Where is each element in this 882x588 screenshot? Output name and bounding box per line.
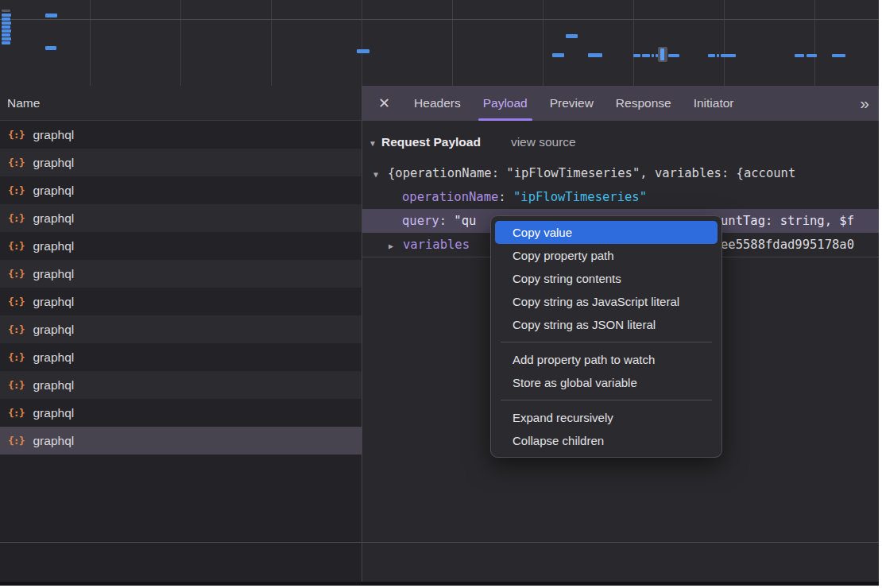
request-row[interactable]: {:}graphql <box>0 371 362 399</box>
tab-payload[interactable]: Payload <box>472 86 539 121</box>
menu-item-copy-property-path[interactable]: Copy property path <box>495 244 718 267</box>
json-request-icon: {:} <box>8 371 24 399</box>
section-collapse-icon[interactable]: ▼ <box>369 133 381 155</box>
waterfall-bar <box>2 17 10 21</box>
request-name-label: graphql <box>33 121 74 149</box>
request-payload-section-header[interactable]: ▼Request Payloadview source <box>362 131 879 153</box>
request-row[interactable]: {:}graphql <box>0 399 362 427</box>
timeline-gridline <box>180 0 181 86</box>
timeline-gridline <box>543 0 544 86</box>
details-tab-bar: ✕ HeadersPayloadPreviewResponseInitiator… <box>362 86 879 121</box>
details-tabs: HeadersPayloadPreviewResponseInitiator <box>403 86 745 121</box>
waterfall-bar <box>708 54 715 57</box>
menu-item-store-as-global-variable[interactable]: Store as global variable <box>495 371 718 394</box>
waterfall-bar <box>2 33 10 37</box>
timeline-gridline <box>271 0 272 86</box>
network-requests-panel: Name {:}graphql{:}graphql{:}graphql{:}gr… <box>0 86 362 582</box>
waterfall-bar <box>45 14 57 17</box>
key-value-separator: : <box>498 190 513 204</box>
json-request-icon: {:} <box>8 232 24 260</box>
tab-headers[interactable]: Headers <box>403 86 472 121</box>
waterfall-bar <box>357 49 369 53</box>
request-name-label: graphql <box>33 427 74 455</box>
waterfall-bar <box>2 41 10 44</box>
property-key: query <box>402 214 439 228</box>
request-row[interactable]: {:}graphql <box>0 343 362 371</box>
json-request-icon: {:} <box>8 343 24 371</box>
request-name-label: graphql <box>33 288 74 315</box>
network-overview-timeline[interactable] <box>0 0 879 86</box>
waterfall-bar <box>2 10 10 12</box>
menu-separator <box>501 342 712 342</box>
json-request-icon: {:} <box>8 204 24 232</box>
summary-bar-divider <box>0 542 879 543</box>
object-preview-fragment: ee5588fdad995178a0 <box>721 233 854 257</box>
tab-response[interactable]: Response <box>605 86 683 121</box>
waterfall-bar <box>721 54 736 57</box>
json-request-icon: {:} <box>8 149 24 176</box>
devtools-window: Name {:}graphql{:}graphql{:}graphql{:}gr… <box>0 0 879 586</box>
waterfall-bar <box>2 21 11 25</box>
timeline-hairline <box>0 19 879 20</box>
payload-root-row[interactable]: ▼{operationName: "ipFlowTimeseries", var… <box>362 161 879 185</box>
property-value-start: "qu <box>454 214 476 228</box>
json-request-icon: {:} <box>8 315 24 343</box>
more-tabs-icon[interactable]: » <box>860 94 868 113</box>
timeline-gridline <box>362 0 362 86</box>
context-menu: Copy valueCopy property pathCopy string … <box>490 215 722 458</box>
waterfall-bar <box>2 29 11 33</box>
request-row[interactable]: {:}graphql <box>0 121 362 149</box>
waterfall-bar <box>795 54 804 57</box>
menu-item-copy-string-as-json-literal[interactable]: Copy string as JSON literal <box>495 313 718 336</box>
request-name-label: graphql <box>33 204 74 232</box>
request-row[interactable]: {:}graphql <box>0 204 362 232</box>
request-name-label: graphql <box>33 149 74 176</box>
object-preview-text: {operationName: "ipFlowTimeseries", vari… <box>388 166 795 180</box>
waterfall-bar <box>832 54 845 57</box>
request-name-label: graphql <box>33 176 74 204</box>
request-name-label: graphql <box>33 260 74 288</box>
menu-item-expand-recursively[interactable]: Expand recursively <box>495 406 718 429</box>
expand-collapse-icon[interactable]: ▼ <box>373 163 388 185</box>
request-row-selected[interactable]: {:}graphql <box>0 427 362 455</box>
tab-initiator[interactable]: Initiator <box>683 86 745 121</box>
waterfall-bar <box>566 34 578 38</box>
view-source-link[interactable]: view source <box>511 135 576 149</box>
request-row[interactable]: {:}graphql <box>0 176 362 204</box>
json-request-icon: {:} <box>8 121 24 149</box>
waterfall-bar <box>807 54 817 57</box>
timeline-gridline <box>633 0 634 86</box>
window-bottom-edge <box>0 582 879 586</box>
menu-item-collapse-children[interactable]: Collapse children <box>495 429 718 452</box>
menu-item-copy-value[interactable]: Copy value <box>495 221 718 244</box>
requests-list: {:}graphql{:}graphql{:}graphql{:}graphql… <box>0 121 362 455</box>
json-request-icon: {:} <box>8 260 24 288</box>
requests-name-column-header[interactable]: Name <box>0 86 362 121</box>
close-icon[interactable]: ✕ <box>362 95 403 112</box>
json-request-icon: {:} <box>8 427 24 455</box>
menu-item-add-property-path-to-watch[interactable]: Add property path to watch <box>495 348 718 371</box>
waterfall-bar <box>2 25 10 29</box>
expand-icon[interactable]: ▶ <box>389 234 403 257</box>
request-row[interactable]: {:}graphql <box>0 232 362 260</box>
waterfall-bar <box>2 14 11 17</box>
waterfall-bar <box>660 48 664 60</box>
request-row[interactable]: {:}graphql <box>0 260 362 288</box>
request-row[interactable]: {:}graphql <box>0 288 362 315</box>
waterfall-bar <box>652 54 654 57</box>
tab-preview[interactable]: Preview <box>539 86 605 121</box>
request-name-label: graphql <box>33 371 74 399</box>
request-name-label: graphql <box>33 315 74 343</box>
waterfall-bar <box>45 46 56 50</box>
waterfall-bar <box>717 54 719 57</box>
waterfall-bar <box>588 53 602 57</box>
menu-item-copy-string-contents[interactable]: Copy string contents <box>495 267 718 290</box>
request-row[interactable]: {:}graphql <box>0 315 362 343</box>
request-name-label: graphql <box>33 343 74 371</box>
menu-item-copy-string-as-javascript-literal[interactable]: Copy string as JavaScript literal <box>495 290 718 313</box>
payload-operationname-row[interactable]: operationName: "ipFlowTimeseries" <box>362 185 879 209</box>
waterfall-bar <box>552 53 564 57</box>
request-row[interactable]: {:}graphql <box>0 149 362 176</box>
timeline-gridline <box>452 0 453 86</box>
timeline-gridline <box>724 0 725 86</box>
